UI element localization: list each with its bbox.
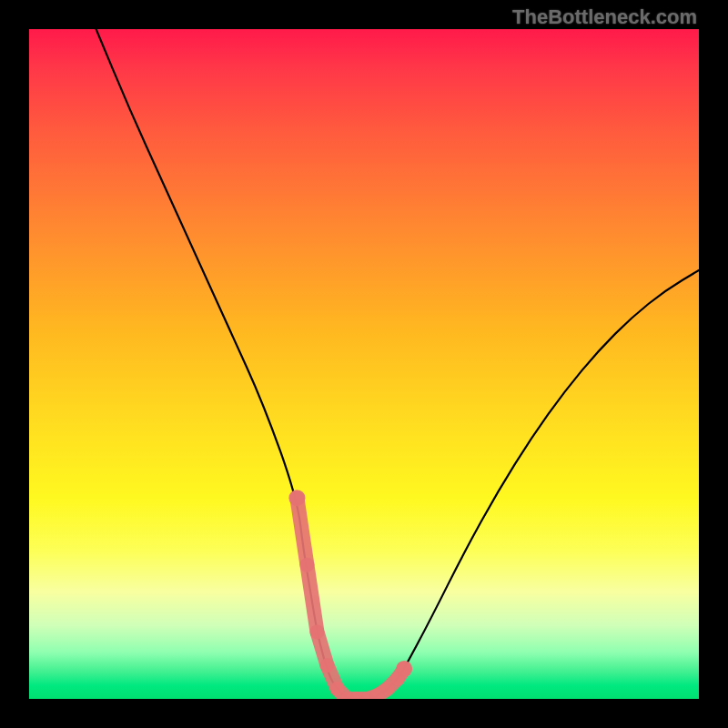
main-curve-group [96, 29, 699, 699]
bottleneck-curve-line [96, 29, 699, 699]
highlight-bead [320, 658, 335, 672]
highlighted-minimum-group [288, 490, 412, 699]
plot-area [29, 29, 699, 699]
attribution-text: TheBottleneck.com [512, 5, 697, 29]
highlight-bead [396, 661, 412, 677]
highlight-bead [299, 558, 314, 572]
highlight-stroke [297, 498, 404, 699]
chart-container: TheBottleneck.com [0, 0, 728, 728]
highlight-bead [309, 624, 324, 639]
curve-svg [29, 29, 699, 699]
highlight-bead [288, 490, 305, 506]
